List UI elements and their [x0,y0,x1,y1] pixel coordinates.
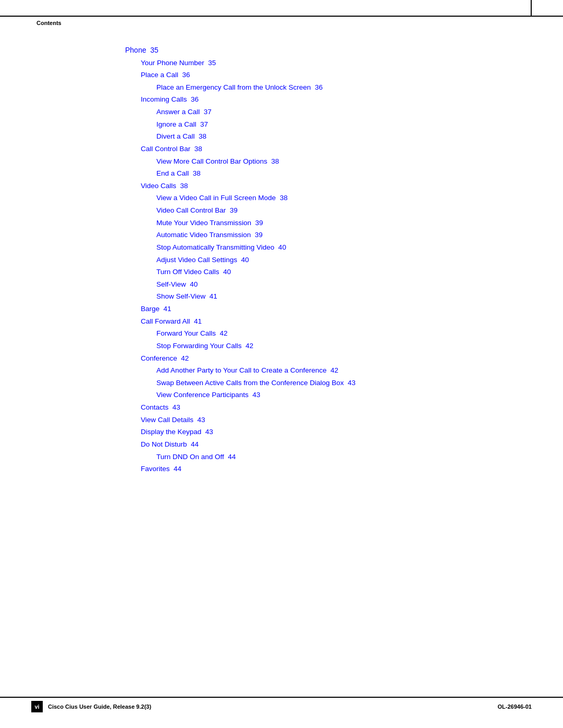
footer-left: vi Cisco Cius User Guide, Release 9.2(3) [31,701,151,712]
toc-link-23[interactable]: Forward Your Calls 42 [156,329,228,337]
toc-link-14[interactable]: Mute Your Video Transmission 39 [156,219,263,227]
toc-link-33[interactable]: Turn DND On and Off 44 [156,453,236,461]
toc-link-16[interactable]: Stop Automatically Transmitting Video 40 [156,243,286,251]
toc-link-9[interactable]: View More Call Control Bar Options 38 [156,157,279,165]
footer-doc-number: OL-26946-01 [498,704,532,710]
toc-container: Phone 35Your Phone Number 35Place a Call… [125,44,516,475]
toc-entry-20[interactable]: Show Self-View 41 [156,290,516,303]
main-content: Phone 35Your Phone Number 35Place a Call… [125,42,516,475]
toc-entry-2[interactable]: Place a Call 36 [141,69,516,81]
toc-link-1[interactable]: Your Phone Number 35 [141,59,216,67]
toc-link-5[interactable]: Answer a Call 37 [156,108,212,116]
toc-link-25[interactable]: Conference 42 [141,354,189,362]
toc-link-19[interactable]: Self-View 40 [156,280,198,288]
toc-entry-14[interactable]: Mute Your Video Transmission 39 [156,217,516,229]
toc-entry-28[interactable]: View Conference Participants 43 [156,389,516,401]
toc-link-12[interactable]: View a Video Call in Full Screen Mode 38 [156,194,288,202]
toc-entry-3[interactable]: Place an Emergency Call from the Unlock … [156,81,516,94]
footer-title: Cisco Cius User Guide, Release 9.2(3) [48,704,151,710]
toc-link-32[interactable]: Do Not Disturb 44 [141,440,199,448]
toc-link-34[interactable]: Favorites 44 [141,465,181,473]
toc-link-31[interactable]: Display the Keypad 43 [141,428,213,436]
toc-link-7[interactable]: Divert a Call 38 [156,132,206,140]
toc-link-13[interactable]: Video Call Control Bar 39 [156,206,238,214]
footer: vi Cisco Cius User Guide, Release 9.2(3)… [0,697,563,712]
toc-link-24[interactable]: Stop Forwarding Your Calls 42 [156,342,253,350]
toc-link-21[interactable]: Barge 41 [141,305,172,313]
toc-entry-9[interactable]: View More Call Control Bar Options 38 [156,155,516,168]
toc-link-17[interactable]: Adjust Video Call Settings 40 [156,256,249,264]
toc-entry-34[interactable]: Favorites 44 [141,463,516,475]
toc-entry-6[interactable]: Ignore a Call 37 [156,118,516,131]
toc-entry-21[interactable]: Barge 41 [141,303,516,315]
toc-entry-0[interactable]: Phone 35 [125,44,516,57]
toc-link-29[interactable]: Contacts 43 [141,403,180,411]
toc-link-20[interactable]: Show Self-View 41 [156,292,217,300]
toc-entry-16[interactable]: Stop Automatically Transmitting Video 40 [156,241,516,254]
toc-entry-7[interactable]: Divert a Call 38 [156,130,516,143]
toc-link-18[interactable]: Turn Off Video Calls 40 [156,268,231,276]
toc-entry-15[interactable]: Automatic Video Transmission 39 [156,229,516,241]
toc-entry-19[interactable]: Self-View 40 [156,278,516,291]
toc-entry-25[interactable]: Conference 42 [141,352,516,365]
page-container: Contents Phone 35Your Phone Number 35Pla… [0,0,563,728]
toc-entry-22[interactable]: Call Forward All 41 [141,315,516,328]
toc-entry-1[interactable]: Your Phone Number 35 [141,57,516,69]
toc-link-22[interactable]: Call Forward All 41 [141,317,202,325]
toc-link-10[interactable]: End a Call 38 [156,169,201,177]
toc-entry-32[interactable]: Do Not Disturb 44 [141,438,516,451]
toc-entry-4[interactable]: Incoming Calls 36 [141,93,516,106]
toc-link-27[interactable]: Swap Between Active Calls from the Confe… [156,379,356,387]
toc-link-15[interactable]: Automatic Video Transmission 39 [156,231,263,239]
toc-link-28[interactable]: View Conference Participants 43 [156,391,260,399]
toc-link-4[interactable]: Incoming Calls 36 [141,95,199,103]
toc-entry-26[interactable]: Add Another Party to Your Call to Create… [156,364,516,377]
toc-entry-18[interactable]: Turn Off Video Calls 40 [156,266,516,278]
toc-link-8[interactable]: Call Control Bar 38 [141,145,202,153]
footer-page-number: vi [31,702,42,711]
toc-entry-11[interactable]: Video Calls 38 [141,180,516,192]
toc-link-2[interactable]: Place a Call 36 [141,71,190,79]
toc-link-6[interactable]: Ignore a Call 37 [156,120,208,128]
top-right-line [531,0,532,17]
toc-entry-29[interactable]: Contacts 43 [141,401,516,414]
toc-entry-10[interactable]: End a Call 38 [156,167,516,180]
toc-link-11[interactable]: Video Calls 38 [141,182,188,190]
toc-link-30[interactable]: View Call Details 43 [141,416,205,424]
toc-entry-23[interactable]: Forward Your Calls 42 [156,327,516,340]
toc-link-26[interactable]: Add Another Party to Your Call to Create… [156,366,338,374]
top-border [0,16,563,17]
toc-entry-31[interactable]: Display the Keypad 43 [141,426,516,438]
toc-entry-17[interactable]: Adjust Video Call Settings 40 [156,254,516,266]
toc-entry-24[interactable]: Stop Forwarding Your Calls 42 [156,340,516,352]
toc-entry-5[interactable]: Answer a Call 37 [156,106,516,118]
toc-entry-27[interactable]: Swap Between Active Calls from the Confe… [156,377,516,389]
toc-link-0[interactable]: Phone 35 [125,46,158,54]
toc-link-3[interactable]: Place an Emergency Call from the Unlock … [156,83,323,91]
toc-entry-12[interactable]: View a Video Call in Full Screen Mode 38 [156,192,516,204]
toc-entry-13[interactable]: Video Call Control Bar 39 [156,204,516,217]
toc-entry-8[interactable]: Call Control Bar 38 [141,143,516,155]
footer-page-square: vi [31,701,43,712]
contents-label: Contents [36,20,62,26]
toc-entry-33[interactable]: Turn DND On and Off 44 [156,451,516,463]
toc-entry-30[interactable]: View Call Details 43 [141,414,516,426]
